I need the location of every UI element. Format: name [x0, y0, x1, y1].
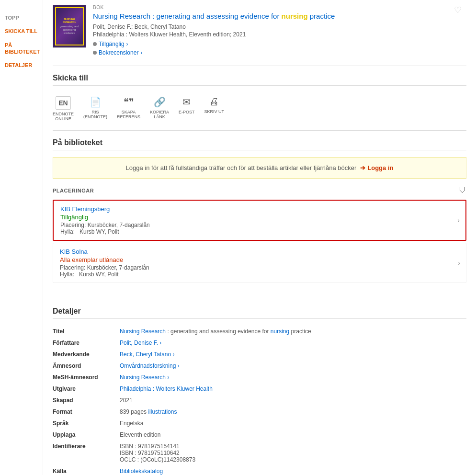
- skriv-ut-button[interactable]: 🖨 SKRIV UT: [204, 96, 225, 114]
- kopiera-lank-button[interactable]: 🔗 KOPIERALÄNK: [150, 96, 169, 120]
- login-label[interactable]: Logga in: [367, 164, 393, 171]
- detail-value-amnesord: Omvårdnadsforskning ›: [120, 360, 466, 372]
- location-flemingsberg-detail: Placering: Kursböcker, 7-dagarslån: [60, 222, 459, 228]
- send-to-section-title: Skicka till: [53, 74, 466, 86]
- detail-value-identifierare: ISBN : 9781975154141 ISBN : 978197511064…: [120, 441, 466, 465]
- shelf-value-solna: Kursb WY, Polit: [79, 271, 118, 278]
- location-solna-shelf-row: Hylla: Kursb WY, Polit: [60, 271, 459, 278]
- title-pre: Nursing Research : generating and assess…: [93, 12, 282, 20]
- detail-row-sprak: Språk Engelska: [53, 418, 466, 429]
- favorite-icon[interactable]: ♡: [454, 5, 462, 15]
- detail-row-medverkande: Medverkande Beck, Cheryl Tatano ›: [53, 349, 466, 360]
- detail-link-nursing[interactable]: nursing: [271, 328, 289, 335]
- endnote-online-icon: EN: [56, 96, 71, 110]
- kopiera-lank-icon: 🔗: [154, 96, 166, 108]
- title-highlight: nursing: [282, 12, 308, 20]
- detail-value-forfattare: Polit, Denise F. ›: [120, 337, 466, 349]
- e-post-button[interactable]: ✉ E-POST: [179, 96, 195, 115]
- endnote-online-label: ENDNOTEONLINE: [53, 112, 74, 122]
- detail-link-forfattare[interactable]: Polit, Denise F. ›: [120, 339, 161, 346]
- sidebar: TOPP SKICKA TILL PÅBIBLIOTEKET DETALJER: [0, 0, 43, 475]
- location-solna[interactable]: KIB Solna Alla exemplar utlånade Placeri…: [53, 243, 466, 283]
- book-publisher: Philadelphia : Wolters Kluwer Health, El…: [93, 31, 466, 38]
- ris-endnote-icon: 📄: [90, 96, 102, 108]
- details-table: Titel Nursing Research : generating and …: [53, 326, 466, 475]
- detail-link-mesh[interactable]: Nursing Research ›: [120, 374, 169, 381]
- separator-1: [53, 66, 466, 66]
- location-solna-status: Alla exemplar utlånade: [60, 256, 459, 263]
- detail-value-format: 839 pages illustrations: [120, 406, 466, 418]
- login-button[interactable]: ➔ Logga in: [360, 164, 393, 171]
- detail-value-utgivare: Philadelphia : Wolters Kluwer Health: [120, 383, 466, 395]
- detail-titel-post: practice: [289, 328, 311, 335]
- status-available-label[interactable]: Tillgänglig: [99, 41, 125, 47]
- detail-value-sprak: Engelska: [120, 418, 466, 429]
- skapa-referens-label: SKAPAREFERENS: [117, 110, 140, 120]
- skapa-referens-icon: ❝❞: [124, 96, 134, 108]
- detail-value-kalla: Bibliotekskatalog: [120, 465, 466, 475]
- detail-link-kalla[interactable]: Bibliotekskatalog: [120, 468, 163, 475]
- book-type-label: BOK: [93, 5, 466, 10]
- sidebar-item-detaljer[interactable]: DETALJER: [5, 62, 38, 68]
- sidebar-item-topp[interactable]: TOPP: [5, 14, 38, 21]
- status-dot: [93, 42, 97, 46]
- detail-label-kalla: Källa: [53, 465, 120, 475]
- book-cover-text: generating and assessing evidence: [58, 25, 81, 35]
- detail-label-mesh: MeSH-ämnesord: [53, 372, 120, 383]
- detail-value-medverkande: Beck, Cheryl Tatano ›: [120, 349, 466, 360]
- sidebar-item-skicka-till[interactable]: SKICKA TILL: [5, 28, 38, 34]
- detail-label-amnesord: Ämnesord: [53, 360, 120, 372]
- reviews-dot: [93, 51, 97, 55]
- detail-link-titel-pre[interactable]: Nursing Research: [120, 328, 166, 335]
- location-flemingsberg-name: KIB Flemingsberg: [60, 205, 459, 213]
- location-solna-name: KIB Solna: [60, 248, 459, 255]
- detail-link-medverkande[interactable]: Beck, Cheryl Tatano ›: [120, 351, 175, 358]
- book-cover: NURSINGRESEARCH generating and assessing…: [53, 5, 86, 48]
- detail-label-sprak: Språk: [53, 418, 120, 429]
- e-post-label: E-POST: [179, 110, 195, 115]
- sidebar-item-pa-biblioteket[interactable]: PÅBIBLIOTEKET: [5, 42, 38, 56]
- detail-row-titel: Titel Nursing Research : generating and …: [53, 326, 466, 337]
- placeringar-label: PLACERINGAR: [53, 188, 94, 193]
- detail-row-skapad: Skapad 2021: [53, 395, 466, 406]
- library-section-title: På biblioteket: [53, 138, 466, 150]
- book-status: Tillgänglig ›: [93, 41, 466, 47]
- e-post-icon: ✉: [182, 96, 191, 108]
- book-reviews: Bokrecensioner ›: [93, 49, 466, 56]
- detail-row-upplaga: Upplaga Eleventh edition: [53, 429, 466, 441]
- detail-row-mesh: MeSH-ämnesord Nursing Research ›: [53, 372, 466, 383]
- location-flemingsberg-status: Tillgänglig: [60, 214, 459, 221]
- detail-row-kalla: Källa Bibliotekskatalog: [53, 465, 466, 475]
- ris-endnote-button[interactable]: 📄 RIS(ENDNOTE): [83, 96, 107, 120]
- filter-icon[interactable]: ⛉: [459, 186, 466, 195]
- endnote-online-button[interactable]: EN ENDNOTEONLINE: [53, 96, 74, 122]
- detail-label-medverkande: Medverkande: [53, 349, 120, 360]
- detail-label-utgivare: Utgivare: [53, 383, 120, 395]
- detail-label-titel: Titel: [53, 326, 120, 337]
- skriv-ut-icon: 🖨: [209, 96, 219, 107]
- details-section-title: Detaljer: [53, 307, 466, 319]
- detail-text-format-pre: 839 pages: [120, 408, 148, 415]
- skapa-referens-button[interactable]: ❝❞ SKAPAREFERENS: [117, 96, 140, 120]
- detail-row-utgivare: Utgivare Philadelphia : Wolters Kluwer H…: [53, 383, 466, 395]
- detail-label-skapad: Skapad: [53, 395, 120, 406]
- detail-link-format[interactable]: illustrations: [148, 408, 177, 415]
- location-flemingsberg[interactable]: KIB Flemingsberg Tillgänglig Placering: …: [53, 200, 466, 241]
- isbn1: ISBN : 9781975154141: [120, 443, 466, 450]
- shelf-label-flemingsberg: Hylla:: [60, 228, 75, 235]
- reviews-link[interactable]: Bokrecensioner: [99, 49, 138, 56]
- location-solna-detail: Placering: Kursböcker, 7-dagarslån: [60, 264, 459, 271]
- detail-link-amnesord[interactable]: Omvårdnadsforskning ›: [120, 362, 180, 369]
- oclc: OCLC : (OCoLC)1142308873: [120, 456, 466, 463]
- detail-label-upplaga: Upplaga: [53, 429, 120, 441]
- book-title: Nursing Research : generating and assess…: [93, 11, 466, 21]
- detail-value-mesh: Nursing Research ›: [120, 372, 466, 383]
- location-flemingsberg-shelf-row: Hylla: Kursb WY, Polit: [60, 228, 459, 235]
- login-banner: Logga in för att få fullständiga träffar…: [53, 157, 466, 179]
- detail-value-titel: Nursing Research : generating and assess…: [120, 326, 466, 337]
- kopiera-lank-label: KOPIERALÄNK: [150, 110, 169, 120]
- detail-row-identifierare: Identifierare ISBN : 9781975154141 ISBN …: [53, 441, 466, 465]
- book-author: Polit, Denise F.; Beck, Cheryl Tatano: [93, 23, 466, 30]
- location-solna-arrow-icon: ›: [458, 259, 460, 267]
- detail-link-utgivare[interactable]: Philadelphia : Wolters Kluwer Health: [120, 385, 213, 392]
